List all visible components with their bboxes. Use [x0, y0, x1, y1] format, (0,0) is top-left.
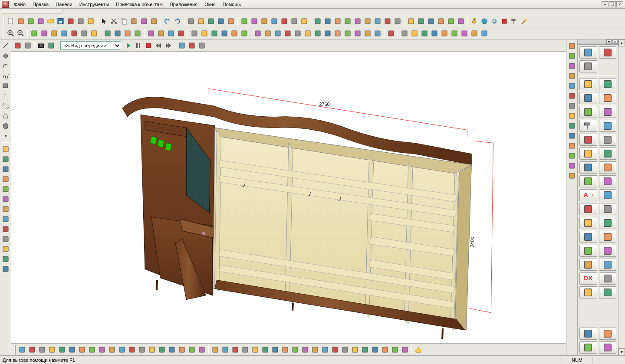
earth-button[interactable]	[480, 16, 489, 26]
t13-button[interactable]	[330, 345, 340, 354]
container-button[interactable]	[579, 134, 597, 146]
slash2-button[interactable]	[176, 29, 186, 38]
r3-button[interactable]	[567, 61, 577, 71]
box6-button[interactable]	[79, 29, 89, 38]
menu-edit[interactable]: Правка	[29, 1, 52, 8]
circle-button[interactable]	[1, 51, 10, 61]
g8-button[interactable]	[323, 29, 332, 38]
r13-button[interactable]	[567, 161, 577, 171]
wood-button[interactable]	[599, 203, 617, 215]
dot-button[interactable]	[1, 131, 10, 141]
minimize-button[interactable]: –	[602, 1, 609, 7]
home-box-button[interactable]	[579, 46, 597, 59]
r11-button[interactable]	[567, 141, 577, 151]
mod7-button[interactable]	[1, 204, 10, 214]
d2-button[interactable]	[323, 16, 332, 26]
table-grey-button[interactable]	[599, 175, 617, 187]
crosshair-button[interactable]	[579, 217, 597, 229]
ffwd-button[interactable]	[164, 41, 173, 50]
pentagon-button[interactable]	[1, 121, 10, 131]
explosion-button[interactable]	[579, 245, 597, 257]
an1-button[interactable]	[103, 29, 112, 38]
chart-button[interactable]	[579, 148, 597, 160]
s10-button[interactable]	[107, 345, 117, 354]
c2-button[interactable]	[250, 16, 259, 26]
r10-button[interactable]	[567, 131, 577, 141]
r7-button[interactable]	[567, 101, 577, 111]
t4-button[interactable]	[240, 345, 250, 354]
t10-button[interactable]	[300, 345, 310, 354]
s11-button[interactable]	[117, 345, 127, 354]
new-button[interactable]	[6, 16, 16, 26]
s7-button[interactable]	[77, 345, 87, 354]
cube2-button[interactable]	[187, 41, 197, 50]
close-button[interactable]: ×	[616, 1, 623, 7]
scroll-up-button[interactable]: ▲	[618, 39, 625, 46]
undo-button[interactable]	[163, 16, 172, 26]
stack-button[interactable]	[599, 272, 617, 285]
stop-button[interactable]	[144, 41, 153, 50]
s8-button[interactable]	[87, 345, 97, 354]
cube1-button[interactable]	[177, 41, 187, 50]
g2-button[interactable]	[263, 29, 273, 38]
d6-button[interactable]	[363, 16, 372, 26]
menu-panels[interactable]: Панели	[52, 1, 76, 8]
edge-button[interactable]	[579, 106, 597, 118]
wand-button[interactable]	[520, 16, 529, 26]
nut-button[interactable]	[579, 203, 597, 215]
sheet-button[interactable]	[156, 29, 166, 38]
ct2-button[interactable]	[23, 41, 33, 50]
e4-button[interactable]	[436, 16, 446, 26]
t8-button[interactable]	[280, 345, 290, 354]
arc-button[interactable]	[1, 61, 10, 71]
g4-button[interactable]	[283, 29, 293, 38]
pg4-button[interactable]	[220, 29, 229, 38]
panel-close-button[interactable]: ×	[612, 39, 618, 44]
atob-button[interactable]: A→B	[579, 189, 597, 201]
dup2-button[interactable]	[196, 16, 206, 26]
g12-button[interactable]	[363, 29, 372, 38]
preview-button[interactable]	[86, 16, 95, 26]
box4-button[interactable]	[59, 29, 69, 38]
e3-button[interactable]	[426, 16, 436, 26]
l1-button[interactable]	[400, 29, 409, 38]
box1-button[interactable]	[30, 29, 39, 38]
s2-button[interactable]	[27, 345, 37, 354]
s1-button[interactable]	[17, 345, 27, 354]
kcross-button[interactable]	[579, 259, 597, 271]
dup4-button[interactable]	[216, 16, 226, 26]
e2-button[interactable]	[416, 16, 426, 26]
d9-button[interactable]	[393, 16, 402, 26]
drill-button[interactable]	[599, 120, 617, 132]
t2-button[interactable]	[220, 345, 230, 354]
g10-button[interactable]	[343, 29, 352, 38]
menu-apps[interactable]: Приложения	[166, 1, 201, 8]
pg6-button[interactable]	[240, 29, 249, 38]
e6-button[interactable]	[456, 16, 466, 26]
t15-button[interactable]	[350, 345, 360, 354]
r14-button[interactable]	[567, 171, 577, 180]
zoom-out-button[interactable]	[16, 29, 26, 38]
d4-button[interactable]	[343, 16, 352, 26]
line-button[interactable]	[1, 41, 10, 51]
l4-button[interactable]	[430, 29, 439, 38]
l7-button[interactable]	[460, 29, 469, 38]
g5-button[interactable]	[293, 29, 303, 38]
s14-button[interactable]	[147, 345, 157, 354]
s13-button[interactable]	[137, 345, 147, 354]
pause-button[interactable]	[134, 41, 143, 50]
copy-button[interactable]	[119, 16, 129, 26]
s16-button[interactable]	[167, 345, 177, 354]
l3-button[interactable]	[420, 29, 429, 38]
screw-button[interactable]	[599, 189, 617, 201]
view-select[interactable]: << Вид спереди >>	[60, 41, 121, 50]
r8-button[interactable]	[567, 111, 577, 121]
t20-button[interactable]	[400, 345, 410, 354]
l5-button[interactable]	[440, 29, 449, 38]
c6-button[interactable]	[289, 16, 299, 26]
kbend-button[interactable]	[599, 259, 617, 271]
text-button[interactable]: T	[1, 91, 10, 101]
sheet-hole-button[interactable]	[599, 78, 617, 90]
menu-file[interactable]: Файл	[10, 1, 29, 8]
box-del-button[interactable]	[599, 231, 617, 243]
